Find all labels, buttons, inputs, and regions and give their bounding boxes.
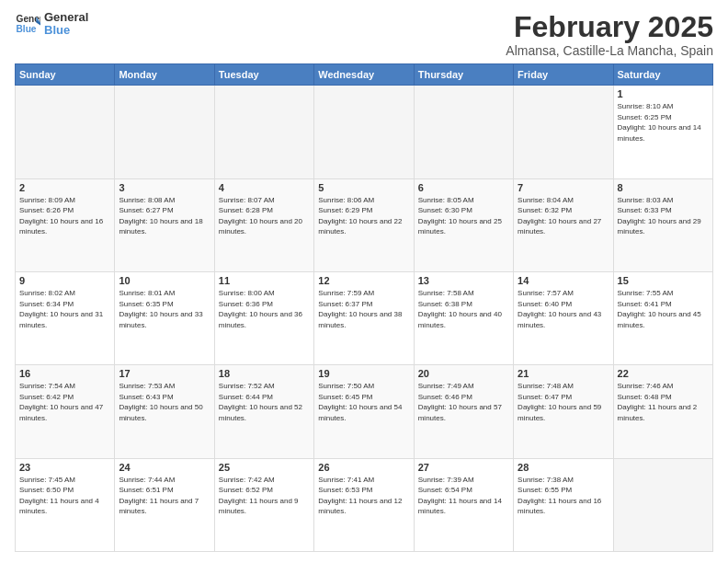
day-info: Sunrise: 7:44 AMSunset: 6:51 PMDaylight:…: [119, 475, 210, 517]
day-info: Sunrise: 7:52 AMSunset: 6:44 PMDaylight:…: [219, 381, 310, 423]
calendar-cell: 25Sunrise: 7:42 AMSunset: 6:52 PMDayligh…: [214, 458, 313, 551]
calendar-cell: 24Sunrise: 7:44 AMSunset: 6:51 PMDayligh…: [115, 458, 214, 551]
day-number: 20: [418, 368, 509, 379]
weekday-header-thursday: Thursday: [414, 64, 513, 86]
day-number: 25: [219, 462, 310, 473]
calendar-cell: 15Sunrise: 7:55 AMSunset: 6:41 PMDayligh…: [613, 271, 712, 364]
calendar-cell: 28Sunrise: 7:38 AMSunset: 6:55 PMDayligh…: [514, 458, 613, 551]
logo-icon: General Blue: [15, 11, 40, 37]
calendar-cell: [613, 458, 712, 551]
calendar-cell: [514, 86, 613, 178]
calendar-cell: 4Sunrise: 8:07 AMSunset: 6:28 PMDaylight…: [214, 178, 313, 271]
day-number: 16: [19, 368, 110, 379]
day-number: 8: [618, 182, 709, 193]
day-number: 19: [318, 368, 409, 379]
logo-line2: Blue: [44, 24, 88, 37]
calendar-cell: [115, 86, 214, 178]
day-info: Sunrise: 8:04 AMSunset: 6:32 PMDaylight:…: [518, 195, 609, 237]
calendar-cell: 8Sunrise: 8:03 AMSunset: 6:33 PMDaylight…: [613, 178, 712, 271]
day-number: 10: [119, 275, 210, 286]
day-info: Sunrise: 7:57 AMSunset: 6:40 PMDaylight:…: [518, 288, 609, 330]
header: General Blue General Blue February 2025 …: [15, 11, 713, 58]
calendar-cell: 9Sunrise: 8:02 AMSunset: 6:34 PMDaylight…: [16, 271, 115, 364]
day-info: Sunrise: 7:38 AMSunset: 6:55 PMDaylight:…: [518, 475, 609, 517]
calendar-cell: 26Sunrise: 7:41 AMSunset: 6:53 PMDayligh…: [314, 458, 414, 551]
day-info: Sunrise: 7:42 AMSunset: 6:52 PMDaylight:…: [219, 475, 310, 517]
calendar-week-row: 16Sunrise: 7:54 AMSunset: 6:42 PMDayligh…: [16, 365, 713, 458]
day-number: 2: [19, 182, 110, 193]
calendar-week-row: 1Sunrise: 8:10 AMSunset: 6:25 PMDaylight…: [16, 86, 713, 178]
day-info: Sunrise: 8:06 AMSunset: 6:29 PMDaylight:…: [318, 195, 409, 237]
calendar-cell: 27Sunrise: 7:39 AMSunset: 6:54 PMDayligh…: [414, 458, 513, 551]
day-number: 22: [618, 368, 709, 379]
day-info: Sunrise: 7:49 AMSunset: 6:46 PMDaylight:…: [418, 381, 509, 423]
day-info: Sunrise: 7:45 AMSunset: 6:50 PMDaylight:…: [19, 475, 110, 517]
day-number: 7: [518, 182, 609, 193]
calendar-cell: [414, 86, 513, 178]
day-number: 26: [318, 462, 409, 473]
calendar-week-row: 2Sunrise: 8:09 AMSunset: 6:26 PMDaylight…: [16, 178, 713, 271]
calendar-cell: 13Sunrise: 7:58 AMSunset: 6:38 PMDayligh…: [414, 271, 513, 364]
day-number: 14: [518, 275, 609, 286]
calendar-cell: 20Sunrise: 7:49 AMSunset: 6:46 PMDayligh…: [414, 365, 513, 458]
day-info: Sunrise: 8:01 AMSunset: 6:35 PMDaylight:…: [119, 288, 210, 330]
day-info: Sunrise: 7:53 AMSunset: 6:43 PMDaylight:…: [119, 381, 210, 423]
month-title: February 2025: [506, 11, 713, 43]
calendar-cell: 18Sunrise: 7:52 AMSunset: 6:44 PMDayligh…: [214, 365, 313, 458]
day-number: 1: [618, 88, 709, 99]
day-number: 18: [219, 368, 310, 379]
day-number: 12: [318, 275, 409, 286]
day-info: Sunrise: 7:55 AMSunset: 6:41 PMDaylight:…: [618, 288, 709, 330]
day-number: 13: [418, 275, 509, 286]
day-info: Sunrise: 8:03 AMSunset: 6:33 PMDaylight:…: [618, 195, 709, 237]
day-number: 27: [418, 462, 509, 473]
calendar-week-row: 23Sunrise: 7:45 AMSunset: 6:50 PMDayligh…: [16, 458, 713, 551]
calendar-cell: 11Sunrise: 8:00 AMSunset: 6:36 PMDayligh…: [214, 271, 313, 364]
day-info: Sunrise: 7:46 AMSunset: 6:48 PMDaylight:…: [618, 381, 709, 423]
weekday-header-monday: Monday: [115, 64, 214, 86]
calendar-table: SundayMondayTuesdayWednesdayThursdayFrid…: [15, 63, 713, 552]
calendar-cell: [214, 86, 313, 178]
day-info: Sunrise: 7:50 AMSunset: 6:45 PMDaylight:…: [318, 381, 409, 423]
day-info: Sunrise: 8:08 AMSunset: 6:27 PMDaylight:…: [119, 195, 210, 237]
calendar-cell: [314, 86, 414, 178]
day-number: 24: [119, 462, 210, 473]
calendar-cell: 21Sunrise: 7:48 AMSunset: 6:47 PMDayligh…: [514, 365, 613, 458]
day-number: 5: [318, 182, 409, 193]
day-info: Sunrise: 8:09 AMSunset: 6:26 PMDaylight:…: [19, 195, 110, 237]
weekday-header-saturday: Saturday: [613, 64, 712, 86]
calendar-cell: 22Sunrise: 7:46 AMSunset: 6:48 PMDayligh…: [613, 365, 712, 458]
calendar-cell: 1Sunrise: 8:10 AMSunset: 6:25 PMDaylight…: [613, 86, 712, 178]
day-number: 28: [518, 462, 609, 473]
day-info: Sunrise: 8:02 AMSunset: 6:34 PMDaylight:…: [19, 288, 110, 330]
logo-line1: General: [44, 11, 88, 24]
calendar-cell: 14Sunrise: 7:57 AMSunset: 6:40 PMDayligh…: [514, 271, 613, 364]
svg-text:Blue: Blue: [17, 24, 37, 34]
day-info: Sunrise: 8:07 AMSunset: 6:28 PMDaylight:…: [219, 195, 310, 237]
calendar-cell: 6Sunrise: 8:05 AMSunset: 6:30 PMDaylight…: [414, 178, 513, 271]
calendar-cell: 2Sunrise: 8:09 AMSunset: 6:26 PMDaylight…: [16, 178, 115, 271]
weekday-header-sunday: Sunday: [16, 64, 115, 86]
page: General Blue General Blue February 2025 …: [0, 0, 728, 563]
calendar-cell: 19Sunrise: 7:50 AMSunset: 6:45 PMDayligh…: [314, 365, 414, 458]
title-block: February 2025 Almansa, Castille-La Manch…: [506, 11, 713, 58]
day-info: Sunrise: 7:41 AMSunset: 6:53 PMDaylight:…: [318, 475, 409, 517]
day-number: 3: [119, 182, 210, 193]
day-number: 21: [518, 368, 609, 379]
calendar-cell: 5Sunrise: 8:06 AMSunset: 6:29 PMDaylight…: [314, 178, 414, 271]
calendar-cell: 12Sunrise: 7:59 AMSunset: 6:37 PMDayligh…: [314, 271, 414, 364]
calendar-cell: 7Sunrise: 8:04 AMSunset: 6:32 PMDaylight…: [514, 178, 613, 271]
day-info: Sunrise: 7:39 AMSunset: 6:54 PMDaylight:…: [418, 475, 509, 517]
day-number: 11: [219, 275, 310, 286]
calendar-cell: 16Sunrise: 7:54 AMSunset: 6:42 PMDayligh…: [16, 365, 115, 458]
day-info: Sunrise: 7:48 AMSunset: 6:47 PMDaylight:…: [518, 381, 609, 423]
logo: General Blue General Blue: [15, 11, 88, 38]
day-number: 23: [19, 462, 110, 473]
day-info: Sunrise: 7:59 AMSunset: 6:37 PMDaylight:…: [318, 288, 409, 330]
weekday-header-tuesday: Tuesday: [214, 64, 313, 86]
weekday-header-friday: Friday: [514, 64, 613, 86]
calendar-cell: 10Sunrise: 8:01 AMSunset: 6:35 PMDayligh…: [115, 271, 214, 364]
calendar-week-row: 9Sunrise: 8:02 AMSunset: 6:34 PMDaylight…: [16, 271, 713, 364]
subtitle: Almansa, Castille-La Mancha, Spain: [506, 43, 713, 58]
calendar-cell: 17Sunrise: 7:53 AMSunset: 6:43 PMDayligh…: [115, 365, 214, 458]
